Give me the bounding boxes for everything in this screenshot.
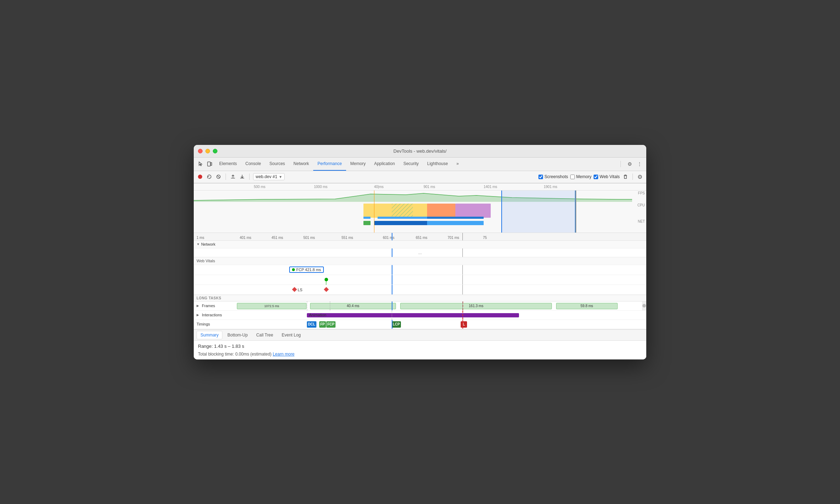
download-button[interactable] [239, 173, 246, 180]
frame-bar-3[interactable]: 161.3 ms [400, 303, 552, 309]
bottom-tracks: ▶ Frames 1072.5 ms 40.4 ms 161.3 ms [194, 301, 646, 329]
tab-more[interactable]: » [452, 157, 463, 171]
screenshots-checkbox[interactable] [538, 175, 543, 179]
tab-call-tree[interactable]: Call Tree [253, 331, 277, 339]
timing-fcp[interactable]: FCP [326, 321, 336, 328]
interactions-label[interactable]: ▶ Interactions [194, 313, 236, 317]
more-options-icon[interactable]: ⋮ [636, 160, 643, 168]
animation-label: Animation [309, 313, 326, 317]
mark-501ms: 501 ms [303, 236, 315, 240]
record-button[interactable] [197, 173, 204, 180]
webvitals-checkbox[interactable] [594, 175, 598, 179]
ruler-mark-901: 901 ms [424, 185, 435, 189]
tab-memory[interactable]: Memory [346, 157, 370, 171]
tab-console[interactable]: Console [241, 157, 265, 171]
ls-diamond-right[interactable] [324, 287, 329, 292]
webvitals-checkbox-group[interactable]: Web Vitals [594, 174, 620, 179]
nav-right: ⚙ ⋮ [618, 160, 643, 168]
fcp-marker[interactable]: FCP 421.8 ms [289, 266, 324, 273]
long-tasks-section: LONG TASKS [194, 295, 646, 301]
frames-label[interactable]: ▶ Frames [194, 304, 236, 308]
long-tasks-label: LONG TASKS [197, 296, 221, 300]
titlebar: DevTools - web.dev/vitals/ [194, 145, 646, 158]
frame-bar-2[interactable]: 40.4 ms [310, 303, 396, 309]
clear-button[interactable] [215, 173, 222, 180]
range-display: Range: 1.43 s – 1.83 s [198, 344, 642, 349]
tab-application[interactable]: Application [370, 157, 399, 171]
overview-canvas: FPS CPU NET [194, 191, 646, 233]
tab-security[interactable]: Security [399, 157, 423, 171]
fcp-dot [292, 268, 295, 271]
net-label: NET [638, 219, 645, 223]
svg-rect-9 [455, 204, 491, 218]
timeline-overview[interactable]: 500 ms 1000 ms 40|ms 901 ms 1401 ms 1901… [194, 183, 646, 233]
cursor-icon[interactable] [197, 160, 204, 168]
tab-bottom-up[interactable]: Bottom-Up [224, 331, 251, 339]
ruler-mark-500: 500 ms [254, 185, 266, 189]
svg-rect-16 [427, 221, 484, 225]
traffic-lights [198, 149, 217, 153]
frame-bar-4[interactable]: 59.8 ms [556, 303, 618, 309]
info-area: Range: 1.43 s – 1.83 s Total blocking ti… [194, 341, 646, 359]
toolbar-divider-2 [249, 174, 250, 180]
bottom-tabs: Summary Bottom-Up Call Tree Event Log [194, 329, 646, 341]
overview-ruler: 500 ms 1000 ms 40|ms 901 ms 1401 ms 1901… [194, 183, 646, 191]
time-marker-orange [374, 191, 374, 233]
timing-fp[interactable]: FP [319, 321, 326, 328]
ruler-mark-40: 40|ms [374, 185, 384, 189]
timing-dcl[interactable]: DCL [307, 321, 316, 328]
selection-region[interactable] [501, 191, 576, 233]
tab-summary[interactable]: Summary [197, 331, 222, 339]
mark-701ms: 701 ms [448, 236, 459, 240]
maximize-button[interactable] [213, 149, 217, 153]
target-selector[interactable]: web.dev #1 ▼ [253, 173, 285, 180]
mark-451ms: 451 ms [272, 236, 283, 240]
upload-button[interactable] [229, 173, 237, 180]
fcp-label: FCP 421.8 ms [296, 268, 321, 272]
svg-rect-8 [427, 204, 455, 218]
close-button[interactable] [198, 149, 203, 153]
network-header[interactable]: ▼ Network [194, 241, 646, 248]
tab-lighthouse[interactable]: Lighthouse [423, 157, 452, 171]
learn-more-link[interactable]: Learn more [273, 352, 294, 357]
tab-elements[interactable]: Elements [215, 157, 241, 171]
frame-bar-1[interactable]: 1072.5 ms [237, 303, 307, 309]
lcp-dot[interactable] [325, 278, 328, 281]
selection-left-marker [501, 191, 502, 233]
screenshots-checkbox-group[interactable]: Screenshots [538, 174, 568, 179]
devtools-window: DevTools - web.dev/vitals/ Elements Cons… [194, 145, 646, 359]
mark-551ms: 551 ms [342, 236, 353, 240]
svg-line-4 [217, 176, 220, 178]
tab-event-log[interactable]: Event Log [278, 331, 304, 339]
ls-diamond-left[interactable] [292, 287, 297, 292]
tab-performance[interactable]: Performance [313, 157, 346, 171]
device-icon[interactable] [206, 160, 214, 168]
delete-button[interactable] [622, 173, 629, 180]
tab-network[interactable]: Network [289, 157, 313, 171]
lcp-row [194, 275, 646, 285]
interaction-bar[interactable] [307, 313, 519, 317]
memory-checkbox[interactable] [570, 175, 575, 179]
svg-rect-10 [392, 204, 413, 218]
mark-1ms: 1 ms [197, 236, 204, 240]
interactions-expand-icon: ▶ [197, 313, 199, 317]
minimize-button[interactable] [205, 149, 210, 153]
interactions-bar-area: Animation [236, 311, 646, 320]
dashed-line-2 [330, 301, 330, 310]
reload-button[interactable] [206, 173, 213, 180]
timings-row: Timings DCL FP FCP [194, 320, 646, 329]
network-label: Network [201, 242, 215, 246]
memory-checkbox-group[interactable]: Memory [570, 174, 591, 179]
settings-icon[interactable]: ⚙ [626, 160, 634, 168]
scrollbar-thumb[interactable] [642, 304, 646, 307]
timeline-scrollbar[interactable] [642, 301, 646, 310]
detail-ruler: 1 ms 401 ms 451 ms 501 ms 551 ms 601 ms … [194, 233, 646, 241]
perf-settings-button[interactable]: ⚙ [636, 173, 643, 180]
tab-sources[interactable]: Sources [265, 157, 289, 171]
timing-lcp[interactable]: LCP [392, 321, 401, 328]
webvitals-label: Web Vitals [197, 259, 215, 263]
timing-l[interactable]: L [461, 321, 467, 328]
ruler-mark-1401: 1401 ms [484, 185, 497, 189]
network-dots: ... [418, 250, 422, 255]
blocking-time-display: Total blocking time: 0.00ms (estimated) … [198, 352, 642, 357]
